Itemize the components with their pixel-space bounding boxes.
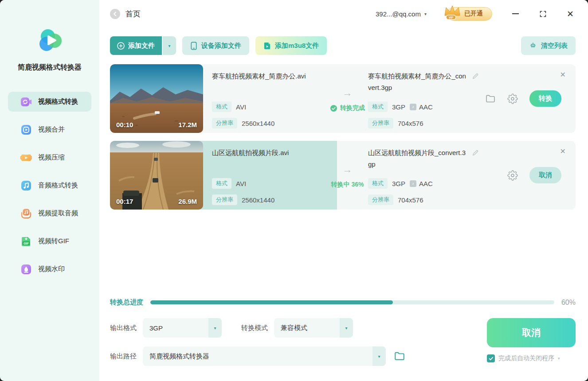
video-compress-icon [20, 152, 32, 163]
conversion-status-column: → 转换完成 [322, 64, 373, 133]
source-resolution-value: 2560x1440 [242, 120, 274, 127]
account-menu[interactable]: 392...@qq.com ▾ [376, 10, 427, 18]
target-audio-value: AAC [419, 103, 433, 111]
conversion-status-column: → 转换中 36% [322, 141, 373, 210]
sidebar-item-label: 视频压缩 [38, 153, 65, 162]
svg-text:VIP: VIP [449, 16, 454, 19]
plus-circle-icon [117, 42, 125, 50]
close-button[interactable]: ✕ [566, 9, 575, 18]
app-title: 简鹿视频格式转换器 [0, 63, 99, 72]
sidebar-item-extract-audio[interactable]: 视频提取音频 [8, 203, 91, 223]
gear-icon[interactable] [507, 93, 518, 104]
sidebar-item-label: 视频转GIF [38, 237, 69, 245]
format-tag: 格式 [368, 178, 388, 189]
video-thumbnail-1[interactable]: 00:10 17.2M [110, 64, 203, 133]
autoclose-checkbox[interactable] [487, 354, 495, 362]
add-file-button[interactable]: 添加文件 [110, 36, 162, 55]
output-format-select[interactable]: 3GP ▾ [143, 318, 222, 338]
back-button[interactable] [110, 9, 120, 19]
audio-codec-icon: ♪ [410, 104, 416, 110]
chevron-down-icon: ▾ [378, 354, 380, 359]
sidebar-item-label: 视频水印 [38, 265, 65, 273]
add-file-dropdown-button[interactable]: ▾ [163, 36, 176, 55]
video-duration: 00:17 [116, 198, 133, 205]
sidebar-item-audio-convert[interactable]: 音频格式转换 [8, 175, 91, 195]
resolution-tag: 分辨率 [368, 118, 393, 128]
edit-name-icon[interactable] [471, 72, 479, 80]
clear-list-button[interactable]: 清空列表 [521, 36, 576, 55]
remove-file-icon[interactable]: ✕ [560, 70, 566, 79]
sidebar-item-video-watermark[interactable]: 视频水印 [8, 259, 91, 279]
target-info: 山区远航航拍视频片段_convert.3gp 格式 3GP ♪ AAC [368, 141, 483, 210]
broom-icon [529, 42, 537, 50]
add-m3u8-button[interactable]: 添加m3u8文件 [255, 36, 327, 55]
sidebar-menu: 视频格式转换 视频合并 视频压缩 [0, 92, 99, 279]
remove-file-icon[interactable]: ✕ [560, 147, 566, 156]
convert-mode-select[interactable]: 兼容模式 ▾ [274, 318, 353, 338]
source-resolution-value: 2560x1440 [242, 196, 274, 204]
sidebar-item-video-convert[interactable]: 视频格式转换 [8, 92, 91, 112]
file-row-1: 00:10 17.2M 赛车航拍视频素材_简鹿办公.avi 格式 AVI 分辨率… [110, 64, 576, 133]
watermark-icon [20, 264, 32, 275]
sidebar-item-label: 视频合并 [38, 125, 65, 134]
source-format-value: AVI [236, 180, 246, 187]
page-title: 首页 [125, 9, 141, 19]
video-thumbnail-2[interactable]: 00:17 26.9M [110, 141, 203, 210]
target-file-name: 赛车航拍视频素材_简鹿办公_convert.3gp [368, 70, 468, 93]
arrow-right-icon: → [343, 164, 353, 175]
status-converting: 转换中 36% [331, 181, 364, 189]
gif-icon: GIF [20, 236, 32, 247]
maximize-button[interactable] [538, 9, 547, 18]
target-resolution-value: 704x576 [398, 196, 423, 204]
video-convert-icon [20, 96, 32, 108]
topbar: 首页 392...@qq.com ▾ VIP 已开通 [99, 0, 588, 27]
sidebar: 简鹿视频格式转换器 视频格式转换 视频合并 [0, 0, 99, 381]
audio-convert-icon [20, 180, 32, 191]
chevron-down-icon: ▾ [168, 43, 170, 48]
chevron-down-icon: ▾ [214, 326, 216, 330]
browse-folder-icon[interactable] [394, 350, 405, 362]
video-size: 17.2M [178, 121, 197, 128]
resolution-tag: 分辨率 [212, 118, 237, 128]
gear-icon[interactable] [507, 170, 518, 181]
target-file-name: 山区远航航拍视频片段_convert.3gp [368, 147, 468, 170]
sidebar-item-video-merge[interactable]: 视频合并 [8, 120, 91, 140]
resolution-tag: 分辨率 [368, 194, 393, 205]
cancel-row-button[interactable]: 取消 [529, 167, 561, 183]
toolbar: 添加文件 ▾ 设备添加文件 [110, 36, 576, 55]
phone-icon [190, 42, 197, 50]
output-path-select[interactable]: 简鹿视频格式转换器 ▾ [143, 346, 386, 366]
progress-bar-fill [150, 300, 393, 304]
sidebar-item-video-compress[interactable]: 视频压缩 [8, 148, 91, 167]
device-add-file-label: 设备添加文件 [201, 42, 241, 50]
status-text: 转换完成 [340, 104, 365, 112]
vip-status-label: 已开通 [464, 10, 483, 18]
checkmark-icon [489, 357, 494, 361]
open-folder-icon[interactable] [485, 93, 496, 104]
chevron-down-icon: ▾ [345, 326, 347, 330]
extract-audio-icon [20, 208, 32, 219]
output-format-value: 3GP [143, 318, 208, 338]
check-circle-icon [330, 105, 337, 112]
total-progress: 转换总进度 60% [110, 298, 576, 307]
minimize-icon [512, 13, 519, 14]
convert-button[interactable]: 转换 [529, 90, 561, 107]
minimize-button[interactable] [511, 9, 520, 18]
clear-list-label: 清空列表 [541, 42, 568, 50]
row-actions: 取消 [507, 141, 561, 210]
window-controls: ✕ [511, 9, 575, 18]
device-add-file-button[interactable]: 设备添加文件 [182, 36, 249, 55]
sidebar-item-video-to-gif[interactable]: GIF 视频转GIF [8, 231, 91, 251]
edit-name-icon[interactable] [471, 149, 479, 157]
vip-badge[interactable]: VIP 已开通 [447, 7, 492, 21]
svg-text:GIF: GIF [24, 241, 29, 245]
cancel-all-button[interactable]: 取消 [487, 318, 576, 347]
chevron-down-icon: ▾ [424, 12, 427, 16]
add-file-label: 添加文件 [128, 42, 155, 50]
target-resolution-value: 704x576 [398, 120, 423, 127]
back-arrow-icon [113, 12, 118, 16]
chevron-down-icon[interactable]: ▾ [558, 356, 560, 361]
file-row-2: 00:17 26.9M 山区远航航拍视频片段.avi 格式 AVI 分辨率 25… [110, 141, 576, 210]
format-tag: 格式 [368, 101, 388, 112]
video-merge-icon [20, 124, 32, 136]
